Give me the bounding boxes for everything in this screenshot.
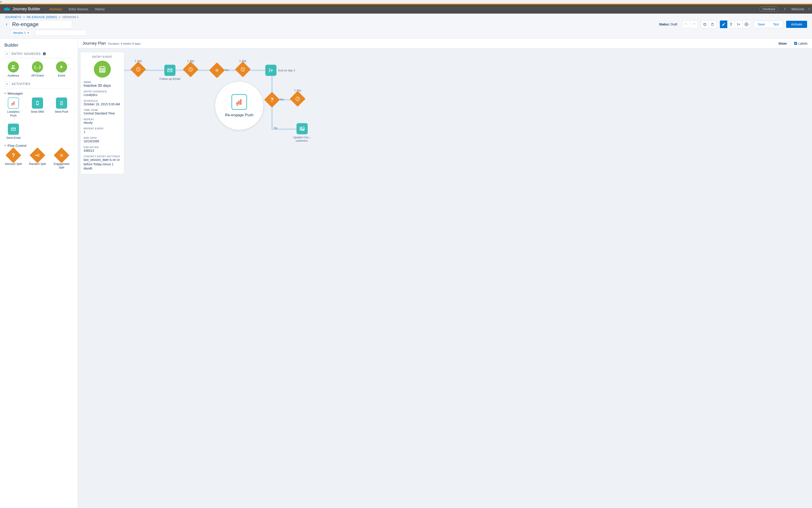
breadcrumb-sep: > (23, 15, 25, 19)
messages-header[interactable]: ▾ Messages (4, 91, 74, 95)
engagement-icon (56, 150, 67, 161)
show-label: Show (778, 42, 786, 45)
plan-title-group: Journey Plan Duration: 4 weeks 6 days (83, 41, 141, 46)
focus-reengage-push[interactable]: Re-engage Push (215, 81, 264, 130)
wait-node-1[interactable]: 1 day (133, 59, 144, 75)
goal-button[interactable] (727, 20, 735, 28)
svg-rect-6 (14, 101, 14, 105)
palette-send-push[interactable]: Send Push (53, 97, 70, 117)
redo-button[interactable] (690, 20, 698, 28)
back-chevron-icon[interactable]: ‹ (5, 22, 8, 27)
edit-mode-button[interactable] (720, 20, 727, 28)
palette-label: Audience (8, 74, 19, 77)
svg-point-1 (746, 24, 747, 25)
activate-button[interactable]: Activate (786, 21, 807, 28)
email-icon (164, 65, 176, 76)
palette-event[interactable]: Event (53, 61, 70, 77)
plan-title: Journey Plan (83, 41, 106, 45)
topbar: Journey Builder Journeys Entry Sources H… (0, 4, 812, 14)
main-area: Builder ▾ ENTRY SOURCES i Audience {...}… (0, 39, 812, 508)
chevron-down-icon: ▾ (809, 8, 810, 10)
palette-label: Send Email (6, 136, 20, 140)
breadcrumb-sep: > (59, 15, 61, 19)
palette-label: Event (58, 74, 65, 77)
flow-header[interactable]: ▾ Flow Control (4, 144, 74, 147)
dropdown-icon[interactable]: ▾ (783, 8, 787, 10)
palette-audience[interactable]: Audience (4, 61, 22, 77)
svg-point-3 (13, 65, 15, 67)
delete-button[interactable] (709, 20, 716, 28)
labels-checkbox-input[interactable] (794, 42, 797, 45)
labels-checkbox[interactable]: Labels (794, 42, 808, 45)
entry-audience: ENTRY AUDIENCE Localytics (84, 90, 121, 97)
title-group: ‹ (5, 20, 72, 29)
entry-name: NAME Inactive 30 days (84, 81, 121, 88)
exit-criteria-button[interactable] (735, 20, 743, 28)
update-contact-node[interactable]: Update Con... ustomers. (292, 123, 312, 142)
journey-title-input[interactable] (10, 20, 72, 29)
breadcrumb-reengage[interactable]: RE-ENGAGE (DEMO) (27, 15, 57, 19)
collapse-activities[interactable]: ▾ (4, 81, 9, 86)
nav-history[interactable]: History (95, 7, 105, 11)
exit-node[interactable]: Exit on day 3 (265, 65, 295, 76)
event-icon (56, 61, 67, 73)
entry-icon-wrap (84, 61, 121, 78)
palette-decision-split[interactable]: ? Decision Split (4, 150, 22, 170)
palette-random-split[interactable]: Random Split (29, 150, 46, 170)
copy-button[interactable] (701, 20, 709, 28)
welcome-label: Welcome (791, 7, 804, 11)
save-button[interactable]: Save (754, 21, 769, 28)
palette-send-sms[interactable]: Send SMS (29, 97, 46, 117)
entry-event-card[interactable]: ENTRY EVENT NAME Inactive 30 days ENTRY … (80, 52, 124, 174)
decision-icon: ? (8, 150, 19, 161)
svg-rect-34 (240, 99, 241, 104)
palette-api-event[interactable]: {...} API Event (29, 61, 46, 77)
entry-timezone: TIME ZONE Central Standard Time (84, 109, 121, 116)
mode-group (720, 20, 751, 28)
canvas-area: ◀ Journey Plan Duration: 4 weeks 6 days … (78, 39, 812, 508)
svg-rect-5 (13, 102, 13, 105)
info-icon[interactable]: i (43, 52, 46, 55)
nav-entry-sources[interactable]: Entry Sources (69, 7, 88, 11)
cloud-icon (4, 7, 10, 11)
version-select[interactable]: Version 1 ▼ (10, 30, 32, 36)
breadcrumb-journeys[interactable]: JOURNEYS (5, 15, 21, 19)
engagement-split-node[interactable] (211, 65, 223, 76)
chevron-down-icon: ▾ (4, 144, 6, 147)
branch-yes-2: Yes (279, 98, 284, 101)
clock-icon (185, 64, 196, 75)
palette-engagement-split[interactable]: Engagement Split (53, 150, 70, 170)
branch-yes: Yes (224, 69, 229, 72)
palette-localytics-push[interactable]: Localytics Push (4, 97, 22, 117)
entry-repeat-every: REPEAT EVERY 1 (84, 127, 121, 134)
feedback-button[interactable]: Feedback (759, 6, 778, 12)
welcome-menu[interactable]: Welcome ▾ (791, 7, 810, 11)
settings-button[interactable] (743, 20, 750, 28)
nav-journeys[interactable]: Journeys (49, 7, 62, 11)
localytics-icon (8, 97, 19, 109)
version-label: Version 1 (13, 31, 26, 35)
entry-repeat: REPEAT Hourly (84, 118, 121, 125)
wait-node-3[interactable]: 1 day (237, 59, 248, 75)
wait-node-2[interactable]: 1 day (185, 59, 196, 75)
description-input[interactable] (35, 30, 87, 36)
email-node[interactable]: Follow-up-Email (159, 65, 180, 81)
push-icon (56, 97, 67, 109)
header-row1: ‹ Status: Draft Save Test A (5, 20, 807, 29)
canvas-header-right: Show Labels (778, 41, 808, 46)
collapse-entry-sources[interactable]: ▾ (4, 51, 9, 56)
canvas-header: Journey Plan Duration: 4 weeks 6 days Sh… (78, 39, 812, 48)
test-button[interactable]: Test (769, 21, 783, 28)
decision-split-node[interactable]: ? (267, 94, 278, 105)
wait-node-4[interactable]: 1 day (292, 89, 303, 104)
palette-send-email[interactable]: Send Email (4, 124, 22, 140)
undo-button[interactable] (682, 20, 690, 28)
api-icon: {...} (32, 61, 43, 73)
palette-label: Send SMS (31, 110, 44, 114)
branch-no: No (274, 127, 277, 130)
svg-point-12 (61, 104, 62, 104)
flow-label: Flow Control (8, 144, 26, 147)
canvas[interactable]: ENTRY EVENT NAME Inactive 30 days ENTRY … (78, 48, 812, 508)
flow-row: ? Decision Split Random Split Engagement… (4, 150, 74, 170)
calendar-icon (94, 61, 111, 78)
